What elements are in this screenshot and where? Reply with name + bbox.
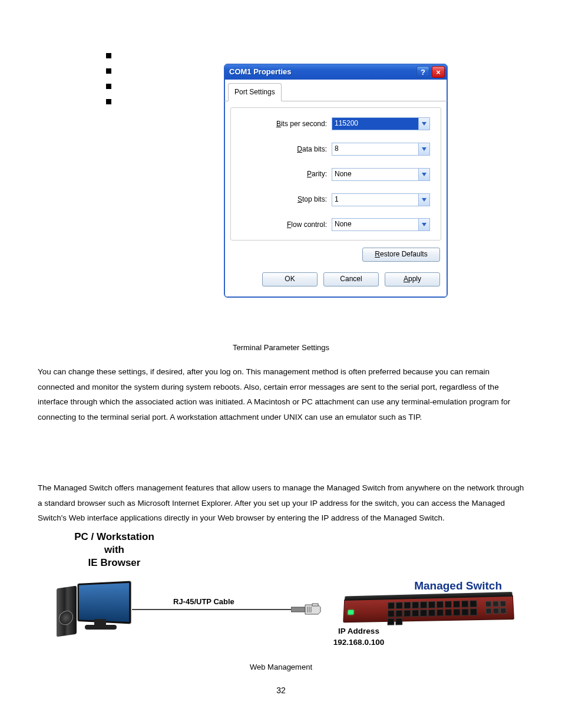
cable-icon <box>132 609 315 610</box>
figure-caption-terminal: Terminal Parameter Settings <box>0 341 562 355</box>
svg-rect-1 <box>312 604 318 606</box>
bullet-item <box>106 84 111 89</box>
body-paragraph-2: The Managed Switch offers management fea… <box>38 480 527 526</box>
cancel-button[interactable]: Cancel <box>323 272 379 286</box>
flowcontrol-value: None <box>332 219 418 230</box>
chevron-down-icon <box>418 219 429 230</box>
stopbits-label: Stop bits: <box>297 193 327 206</box>
chevron-down-icon <box>418 118 429 130</box>
stopbits-value: 1 <box>332 194 418 206</box>
flowcontrol-select[interactable]: None <box>332 218 430 231</box>
bullet-item <box>106 99 111 104</box>
ip-address-label: IP Address 192.168.0.100 <box>320 626 397 648</box>
restore-defaults-button[interactable]: Restore Defaults <box>362 248 440 262</box>
close-icon: × <box>436 68 441 76</box>
chevron-down-icon <box>418 169 429 180</box>
bps-value: 115200 <box>332 118 418 130</box>
databits-label: Data bits: <box>297 143 327 156</box>
page-number: 32 <box>0 683 562 699</box>
bullet-list <box>106 53 111 114</box>
databits-select[interactable]: 8 <box>332 143 430 156</box>
flowcontrol-label: Flow control: <box>287 218 327 232</box>
help-button[interactable]: ? <box>416 66 429 78</box>
managed-switch-icon <box>343 595 514 622</box>
svg-rect-0 <box>291 607 305 612</box>
help-icon: ? <box>421 68 425 76</box>
bullet-item <box>106 68 111 74</box>
chevron-down-icon <box>418 143 429 155</box>
network-diagram-figure: PC / Workstation with IE Browser Managed… <box>55 534 514 648</box>
bullet-item <box>106 53 111 58</box>
close-button[interactable]: × <box>432 66 445 78</box>
apply-button[interactable]: Apply <box>385 272 440 286</box>
figure-caption-web: Web Management <box>0 660 562 675</box>
dialog-titlebar[interactable]: COM1 Properties ? × <box>224 64 447 80</box>
stopbits-select[interactable]: 1 <box>332 193 430 206</box>
chevron-down-icon <box>418 194 429 206</box>
body-paragraph-1: You can change these settings, if desire… <box>38 364 527 425</box>
databits-value: 8 <box>332 143 418 155</box>
parity-label: Parity: <box>307 167 327 181</box>
pc-workstation-label: PC / Workstation with IE Browser <box>55 531 173 569</box>
com-properties-dialog: COM1 Properties ? × Port Settings Bits p… <box>224 64 448 298</box>
rj45-plug-icon <box>291 602 322 617</box>
bps-label: Bits per second: <box>276 117 327 131</box>
dialog-title: COM1 Properties <box>229 65 414 80</box>
bps-select[interactable]: 115200 <box>332 117 430 130</box>
cable-label: RJ-45/UTP Cable <box>173 595 234 610</box>
tab-port-settings[interactable]: Port Settings <box>228 83 282 101</box>
parity-select[interactable]: None <box>332 168 430 181</box>
parity-value: None <box>332 169 418 180</box>
ok-button[interactable]: OK <box>262 272 318 286</box>
